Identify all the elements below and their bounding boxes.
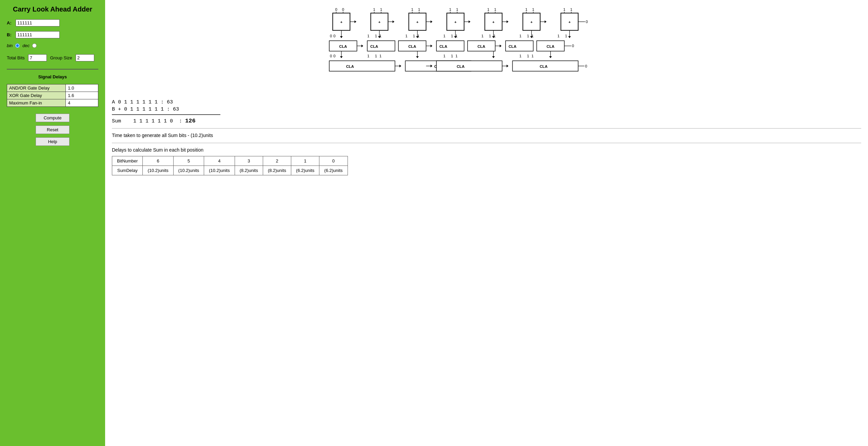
svg-text:1: 1 (418, 7, 420, 12)
divider-2 (112, 143, 861, 143)
table-data-cell: (6.2)units (319, 166, 348, 175)
help-button[interactable]: Help (36, 137, 70, 146)
svg-marker-92 (361, 44, 363, 47)
table-row-label: SumDelay (112, 166, 143, 175)
compute-button[interactable]: Compute (36, 114, 70, 122)
svg-text:CLA: CLA (346, 64, 354, 69)
svg-marker-98 (431, 44, 432, 47)
svg-text:1: 1 (449, 7, 451, 12)
svg-text:1: 1 (451, 54, 453, 58)
delay-result-table: BitNumber6543210 SumDelay(10.2)units(10.… (112, 156, 348, 175)
table-header-cell: 6 (143, 156, 173, 166)
svg-marker-114 (416, 56, 419, 58)
svg-text:0: 0 (333, 34, 335, 38)
dec-label: dec (22, 43, 29, 48)
app-title: Carry Look Ahead Adder (7, 5, 98, 13)
svg-text:1: 1 (494, 7, 496, 12)
svg-text:0: 0 (342, 7, 344, 12)
a-label: A: (7, 20, 14, 25)
svg-text:1: 1 (417, 34, 419, 38)
svg-marker-39 (507, 20, 508, 23)
svg-text:1: 1 (456, 7, 458, 12)
svg-text:0: 0 (585, 64, 587, 68)
diagram-area: + 0 0 + 1 1 + 1 1 (112, 3, 861, 93)
svg-marker-118 (549, 56, 552, 58)
total-bits-input[interactable] (28, 54, 47, 61)
reset-button[interactable]: Reset (36, 125, 70, 134)
svg-text:1: 1 (375, 54, 377, 58)
svg-text:1: 1 (455, 34, 457, 38)
dec-radio[interactable] (32, 43, 37, 48)
svg-text:+: + (568, 20, 571, 24)
total-bits-label: Total Bits (7, 55, 25, 60)
svg-text:1: 1 (527, 54, 529, 58)
svg-rect-138 (436, 61, 502, 71)
table-header-cell: 0 (319, 156, 348, 166)
svg-text:1: 1 (411, 7, 413, 12)
divider-1 (112, 128, 861, 129)
svg-text:1: 1 (487, 7, 489, 12)
svg-marker-141 (507, 64, 508, 67)
svg-text:CLA: CLA (339, 44, 347, 49)
svg-text:1: 1 (451, 34, 453, 38)
svg-marker-112 (340, 56, 343, 58)
group-size-label: Group Size (50, 55, 72, 60)
sum-label: Sum (112, 118, 121, 124)
a-input[interactable] (16, 19, 60, 26)
and-or-input[interactable] (68, 85, 88, 91)
svg-text:1: 1 (565, 34, 567, 38)
b-input[interactable] (16, 31, 60, 38)
svg-text:1: 1 (379, 34, 381, 38)
svg-rect-130 (329, 61, 395, 71)
svg-text:1: 1 (489, 34, 491, 38)
svg-text:1: 1 (405, 34, 407, 38)
svg-text:CLA: CLA (370, 44, 378, 49)
svg-text:1: 1 (519, 34, 521, 38)
table-header-cell: 4 (204, 156, 235, 166)
sum-line: Sum 1 1 1 1 1 1 0 : 126 (112, 118, 861, 124)
svg-text:1: 1 (570, 7, 572, 12)
table-header-cell: 2 (263, 156, 291, 166)
svg-text:CLA: CLA (509, 44, 516, 49)
svg-text:+: + (416, 20, 419, 24)
table-data-row: SumDelay(10.2)units(10.2)units(10.2)unit… (112, 166, 348, 175)
svg-text:+: + (492, 20, 495, 24)
svg-text:1: 1 (367, 54, 369, 58)
left-panel: Carry Look Ahead Adder A: B: bin dec Tot… (0, 0, 105, 446)
svg-text:1: 1 (557, 34, 559, 38)
table-data-cell: (10.2)units (143, 166, 173, 175)
svg-text:+: + (378, 20, 381, 24)
right-panel: + 0 0 + 1 1 + 1 1 (105, 0, 868, 446)
svg-text:0: 0 (335, 7, 337, 12)
b-result-line: B + 0 1 1 1 1 1 1 : 63 (112, 106, 861, 112)
group-size-input[interactable] (76, 54, 94, 61)
svg-marker-31 (469, 20, 470, 23)
svg-text:CLA: CLA (457, 64, 465, 69)
svg-text:0: 0 (586, 20, 588, 24)
table-data-cell: (10.2)units (173, 166, 204, 175)
table-header-cell: 5 (173, 156, 204, 166)
xor-input[interactable] (68, 93, 88, 98)
fanin-input[interactable] (68, 100, 88, 105)
svg-marker-133 (399, 64, 401, 67)
svg-text:1: 1 (455, 54, 457, 58)
svg-text:1: 1 (532, 7, 534, 12)
svg-marker-7 (355, 20, 356, 23)
svg-marker-104 (500, 44, 501, 47)
svg-text:0: 0 (572, 44, 574, 48)
svg-text:1: 1 (481, 34, 484, 38)
svg-text:1: 1 (373, 7, 375, 12)
svg-text:CLA: CLA (439, 44, 447, 49)
table-data-cell: (8.2)units (235, 166, 263, 175)
svg-text:0: 0 (333, 54, 335, 58)
sum-bits: 1 1 1 1 1 1 0 (133, 118, 173, 124)
svg-text:1: 1 (525, 7, 527, 12)
bin-radio[interactable] (15, 43, 20, 48)
svg-text:0: 0 (330, 34, 332, 38)
svg-text:CLA: CLA (540, 64, 548, 69)
signal-delays-title: Signal Delays (7, 74, 98, 79)
svg-text:1: 1 (380, 7, 382, 12)
xor-label: XOR Gate Delay (7, 92, 66, 99)
signal-delays-table: AND/OR Gate Delay XOR Gate Delay Maximum… (7, 84, 98, 107)
svg-text:+: + (340, 20, 342, 24)
